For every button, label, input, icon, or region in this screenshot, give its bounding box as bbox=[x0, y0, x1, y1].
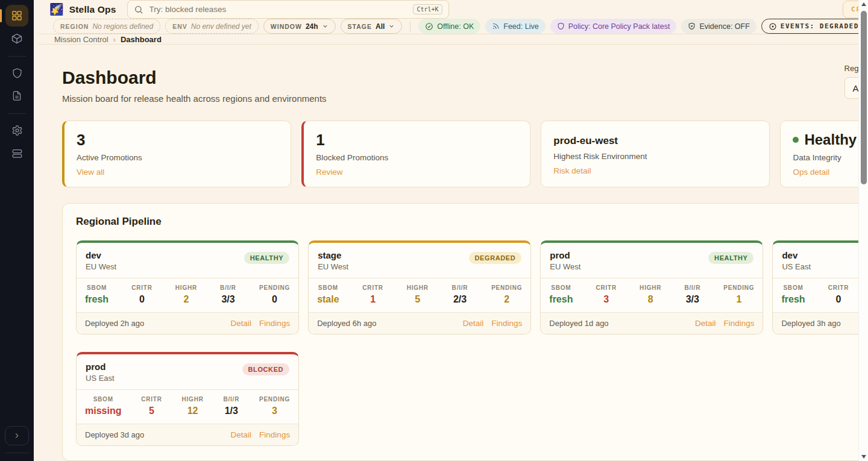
document-icon bbox=[11, 90, 22, 101]
pending-value: 3 bbox=[259, 406, 290, 416]
sidebar-item-security[interactable] bbox=[5, 62, 28, 84]
region-filter-pill[interactable]: REGION No regions defined bbox=[53, 19, 160, 34]
risk-detail-link[interactable]: Risk detail bbox=[553, 166, 591, 175]
blocked-promotions-value: 1 bbox=[316, 131, 518, 149]
policy-badge[interactable]: Policy: Core Policy Pack latest bbox=[550, 19, 677, 34]
scrollbar-thumb[interactable] bbox=[861, 11, 867, 184]
findings-link[interactable]: Findings bbox=[491, 319, 522, 328]
stage-filter-label: STAGE bbox=[348, 23, 372, 30]
package-icon bbox=[11, 33, 23, 45]
stat-label: SBOM bbox=[317, 284, 339, 291]
ops-detail-link[interactable]: Ops detail bbox=[793, 168, 829, 177]
page-header: Dashboard Mission board for release heal… bbox=[62, 63, 868, 104]
bir-value: 2/3 bbox=[452, 294, 468, 305]
breadcrumb-parent[interactable]: Mission Control bbox=[54, 35, 108, 44]
env-name: dev bbox=[86, 250, 116, 260]
pipeline-card-prod-us-east: prod US East BLOCKED SBOMmissing CRITR5 … bbox=[76, 352, 299, 446]
sidebar-item-releases[interactable] bbox=[5, 28, 28, 49]
page-scrollbar[interactable] bbox=[858, 0, 868, 461]
env-name: stage bbox=[318, 250, 348, 260]
breadcrumb-current: Dashboard bbox=[121, 35, 162, 44]
feed-status-text: Feed: Live bbox=[503, 22, 538, 31]
findings-link[interactable]: Findings bbox=[259, 319, 290, 328]
page-subtitle: Mission board for release health across … bbox=[62, 93, 327, 104]
brand-name: Stella Ops bbox=[69, 4, 116, 15]
sidebar-divider bbox=[8, 56, 26, 57]
summary-cards: 3 Active Promotions View all 1 Blocked P… bbox=[62, 121, 868, 187]
stage-filter-value: All bbox=[376, 22, 385, 31]
env-filter-label: ENV bbox=[172, 23, 187, 30]
pipeline-card-stage-eu-west: stage EU West DEGRADED SBOMstale CRITR1 … bbox=[308, 240, 531, 334]
feed-status-badge[interactable]: Feed: Live bbox=[485, 19, 545, 34]
stat-label: SBOM bbox=[85, 284, 108, 291]
sidebar-item-docs[interactable] bbox=[5, 85, 28, 107]
view-all-link[interactable]: View all bbox=[77, 168, 104, 177]
server-icon bbox=[11, 148, 23, 159]
highest-risk-card: prod-eu-west Highest Risk Environment Ri… bbox=[541, 121, 770, 187]
env-name: prod bbox=[550, 250, 580, 260]
detail-link[interactable]: Detail bbox=[463, 319, 484, 328]
stat-label: B/I/R bbox=[220, 284, 236, 291]
sidebar-item-infrastructure[interactable] bbox=[5, 142, 28, 164]
review-link[interactable]: Review bbox=[316, 168, 342, 177]
gear-icon bbox=[11, 125, 23, 136]
events-status-badge[interactable]: EVENTS: DEGRADED bbox=[761, 19, 866, 34]
stat-label: CRITR bbox=[131, 284, 153, 291]
search-input[interactable] bbox=[148, 4, 409, 14]
env-filter-pill[interactable]: ENV No env defined yet bbox=[165, 19, 259, 34]
env-region: EU West bbox=[318, 262, 348, 271]
blocked-promotions-card: 1 Blocked Promotions Review bbox=[301, 121, 530, 187]
regional-pipeline-panel: Regional Pipeline All environments dev E… bbox=[62, 203, 868, 461]
policy-badge-text: Policy: Core Policy Pack latest bbox=[568, 22, 670, 31]
blocked-promotions-label: Blocked Promotions bbox=[316, 153, 518, 162]
global-search[interactable]: Ctrl+K bbox=[127, 0, 449, 19]
deployed-time: Deployed 3d ago bbox=[85, 430, 144, 439]
stat-label: B/I/R bbox=[684, 284, 700, 291]
highr-value: 12 bbox=[181, 406, 203, 416]
env-filter-value: No env defined yet bbox=[191, 22, 251, 31]
window-filter-pill[interactable]: WINDOW 24h bbox=[263, 19, 336, 34]
detail-link[interactable]: Detail bbox=[231, 319, 252, 328]
sidebar-expand-button[interactable] bbox=[5, 426, 29, 445]
evidence-badge[interactable]: Evidence: OFF bbox=[681, 19, 756, 34]
critr-value: 5 bbox=[141, 406, 162, 416]
env-name: dev bbox=[782, 250, 811, 260]
highr-value: 2 bbox=[175, 294, 197, 305]
pipeline-card-prod-eu-west: prod EU West HEALTHY SBOMfresh CRITR3 HI… bbox=[540, 240, 763, 334]
scrollbar-down-arrow-icon[interactable] bbox=[861, 455, 866, 459]
brand[interactable]: 🌠 Stella Ops bbox=[49, 2, 116, 16]
stat-label: HIGHR bbox=[407, 284, 429, 291]
stat-label: SBOM bbox=[549, 284, 573, 291]
env-region: US East bbox=[782, 262, 811, 271]
page-title: Dashboard bbox=[62, 67, 327, 88]
offline-status-badge[interactable]: Offline: OK bbox=[418, 19, 480, 34]
pipeline-card-dev-eu-west: dev EU West HEALTHY SBOMfresh CRITR0 HIG… bbox=[76, 240, 299, 334]
search-icon bbox=[134, 5, 143, 14]
chevron-right-icon bbox=[13, 431, 21, 440]
sidebar-item-dashboard[interactable] bbox=[5, 5, 28, 27]
sidebar-item-settings[interactable] bbox=[5, 119, 28, 141]
sbom-value: missing bbox=[85, 406, 121, 416]
search-shortcut-hint: Ctrl+K bbox=[413, 4, 442, 14]
critr-value: 0 bbox=[131, 294, 153, 305]
detail-link[interactable]: Detail bbox=[695, 319, 716, 328]
shield-icon bbox=[11, 67, 23, 79]
rss-icon bbox=[492, 22, 500, 30]
highest-risk-value: prod-eu-west bbox=[553, 131, 757, 148]
context-divider bbox=[410, 21, 410, 32]
data-integrity-status: Healthy bbox=[804, 131, 857, 149]
region-filter-value: No regions defined bbox=[92, 22, 153, 31]
stat-label: CRITR bbox=[362, 284, 383, 291]
bir-value: 3/3 bbox=[684, 294, 700, 305]
stat-label: CRITR bbox=[596, 284, 617, 291]
deployed-time: Deployed 2h ago bbox=[85, 319, 144, 328]
stat-label: HIGHR bbox=[181, 396, 203, 403]
stage-filter-pill[interactable]: STAGE All bbox=[341, 19, 403, 34]
breadcrumb-separator-icon: › bbox=[113, 35, 116, 44]
sbom-value: fresh bbox=[549, 294, 573, 305]
brand-logo-icon: 🌠 bbox=[49, 2, 64, 16]
detail-link[interactable]: Detail bbox=[231, 430, 252, 439]
findings-link[interactable]: Findings bbox=[259, 430, 290, 439]
scrollbar-up-arrow-icon[interactable] bbox=[861, 2, 866, 6]
findings-link[interactable]: Findings bbox=[723, 319, 754, 328]
